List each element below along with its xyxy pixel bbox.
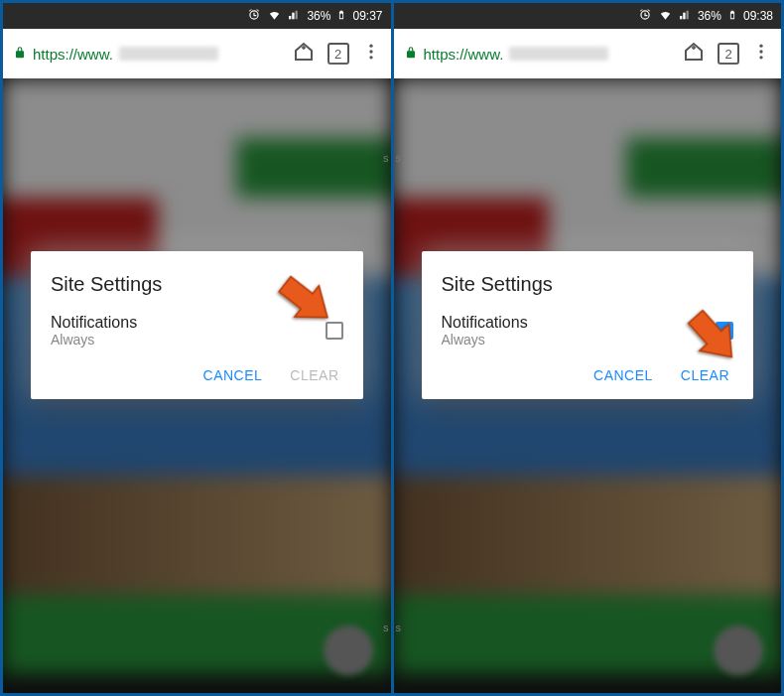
- notifications-checkbox[interactable]: [326, 322, 343, 340]
- svg-point-0: [369, 45, 372, 48]
- site-settings-dialog: Site Settings Notifications Always CANCE…: [422, 251, 754, 399]
- status-bar: 36% 09:38: [394, 3, 782, 29]
- clock: 09:38: [743, 9, 773, 23]
- battery-icon: [727, 8, 737, 25]
- wifi-icon: [658, 8, 673, 25]
- svg-point-3: [759, 45, 762, 48]
- url-redacted: [509, 47, 608, 61]
- wifi-icon: [267, 8, 282, 25]
- signal-icon: [679, 8, 692, 25]
- crop-mark: s: [383, 152, 389, 403]
- floating-button-blurred: [324, 626, 373, 675]
- browser-toolbar: https://www. 2: [3, 29, 391, 78]
- clock: 09:37: [352, 9, 382, 23]
- browser-toolbar: https://www. 2: [394, 29, 782, 78]
- cancel-button[interactable]: CANCEL: [593, 367, 653, 383]
- svg-point-4: [759, 50, 762, 53]
- clear-button: CLEAR: [290, 367, 338, 383]
- dialog-title: Site Settings: [51, 273, 343, 296]
- home-icon[interactable]: [682, 40, 706, 68]
- status-bar: 36% 09:37: [3, 3, 391, 29]
- svg-point-5: [759, 56, 762, 59]
- tabs-button[interactable]: 2: [718, 43, 739, 65]
- battery-icon: [336, 8, 346, 25]
- notifications-row[interactable]: Notifications Always: [51, 314, 343, 348]
- url-prefix: https://www.: [424, 46, 504, 63]
- url-prefix: https://www.: [33, 46, 113, 63]
- lock-icon: [13, 46, 27, 63]
- menu-icon[interactable]: [751, 42, 771, 66]
- url-redacted: [119, 47, 218, 61]
- notifications-sublabel: Always: [51, 332, 137, 348]
- notifications-row[interactable]: Notifications Always: [442, 314, 734, 348]
- svg-point-1: [369, 50, 372, 53]
- battery-percent: 36%: [307, 9, 330, 23]
- menu-icon[interactable]: [361, 42, 381, 66]
- home-icon[interactable]: [292, 40, 316, 68]
- lock-icon: [404, 46, 418, 63]
- dialog-title: Site Settings: [442, 273, 734, 296]
- svg-point-2: [369, 56, 372, 59]
- notifications-label: Notifications: [442, 314, 528, 332]
- address-bar[interactable]: https://www.: [404, 46, 671, 63]
- crop-mark: s: [383, 622, 389, 633]
- crop-mark: s: [396, 622, 402, 633]
- cancel-button[interactable]: CANCEL: [203, 367, 263, 383]
- tabs-button[interactable]: 2: [327, 43, 349, 65]
- alarm-icon: [247, 8, 261, 25]
- site-settings-dialog: Site Settings Notifications Always CANCE…: [31, 251, 363, 399]
- floating-button-blurred: [714, 626, 763, 675]
- notifications-label: Notifications: [51, 314, 137, 332]
- crop-mark: s: [396, 152, 402, 403]
- battery-percent: 36%: [698, 9, 721, 23]
- notifications-checkbox[interactable]: [716, 322, 733, 340]
- alarm-icon: [638, 8, 652, 25]
- notifications-sublabel: Always: [442, 332, 528, 348]
- address-bar[interactable]: https://www.: [13, 46, 280, 63]
- clear-button[interactable]: CLEAR: [681, 367, 729, 383]
- signal-icon: [288, 8, 301, 25]
